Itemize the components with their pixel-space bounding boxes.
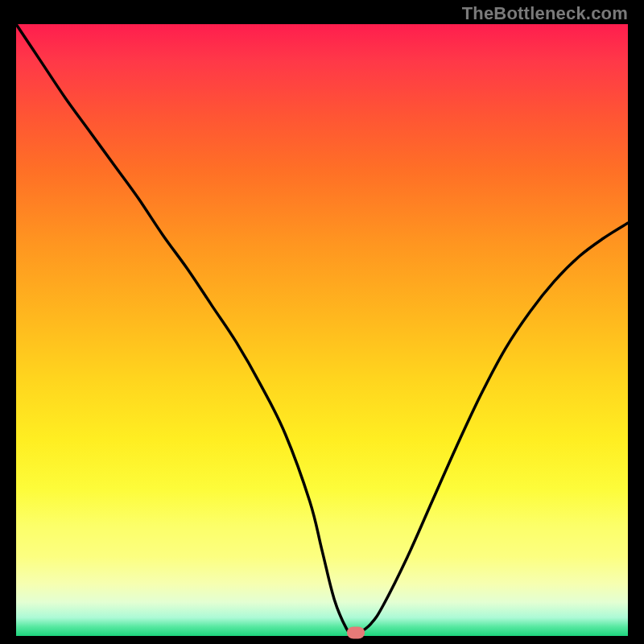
plot-area [16,24,628,636]
bottleneck-curve [16,24,628,636]
optimal-point-marker [347,627,365,639]
chart-frame: TheBottleneck.com [0,0,644,644]
attribution-text: TheBottleneck.com [462,3,628,24]
